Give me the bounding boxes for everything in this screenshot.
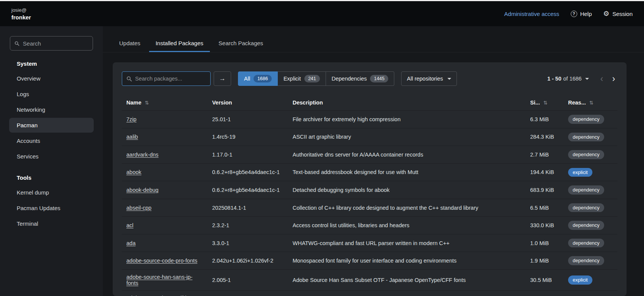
reason-badge: explicit — [568, 168, 592, 177]
column-header-description: Description — [288, 95, 526, 111]
package-link[interactable]: adobe-source-han-sans-jp-fonts — [126, 274, 192, 286]
filter-label: Dependencies — [332, 76, 367, 82]
nav-sections: SystemOverviewLogsNetworkingPacmanAccoun… — [0, 51, 103, 231]
sidebar-item-networking[interactable]: Networking — [9, 102, 94, 117]
table-row: abook0.6.2+r8+gb5e4a4daec1c-1Text-based … — [122, 163, 617, 181]
reason-cell: dependency — [564, 146, 617, 164]
filter-count-badge: 1445 — [370, 75, 388, 83]
table-row: adobe-source-code-pro-fonts2.042u+1.062i… — [122, 252, 617, 270]
version-cell: 1.17.0-1 — [208, 146, 288, 164]
sort-icon[interactable]: ⇅ — [543, 100, 548, 106]
description-cell: Authoritative dns server for A/AAAA cont… — [288, 146, 526, 164]
tab-search-packages[interactable]: Search Packages — [212, 36, 270, 52]
body-row: SystemOverviewLogsNetworkingPacmanAccoun… — [0, 26, 644, 296]
pagination-range: 1 - 50 — [547, 76, 561, 82]
package-link[interactable]: ada — [126, 240, 135, 246]
name-cell: abook — [122, 163, 208, 181]
size-cell: 1.9 MiB — [526, 252, 564, 270]
version-cell: 20250814.1-1 — [208, 199, 288, 217]
reason-cell: explicit — [564, 269, 617, 290]
package-search-input[interactable] — [135, 76, 206, 82]
filter-label: Explicit — [283, 76, 301, 82]
size-cell: 30.5 MiB — [526, 269, 564, 290]
package-link[interactable]: abook-debug — [126, 187, 159, 193]
column-label: Description — [293, 100, 323, 106]
previous-page-button[interactable]: ‹ — [598, 74, 606, 83]
search-icon — [126, 76, 132, 82]
package-link[interactable]: abseil-cpp — [126, 205, 151, 211]
tab-bar: UpdatesInstalled PackagesSearch Packages — [103, 26, 644, 52]
column-label: Reas... — [568, 100, 586, 106]
nav-section-title-tools: Tools — [0, 165, 103, 184]
sidebar-item-overview[interactable]: Overview — [9, 71, 94, 86]
filter-count-badge: 241 — [304, 75, 320, 83]
version-cell: 1.4rc5-19 — [208, 128, 288, 146]
version-cell: 0.6.2+r8+gb5e4a4daec1c-1 — [208, 181, 288, 199]
reason-cell: dependency — [564, 111, 617, 128]
sidebar-search-input[interactable] — [23, 40, 88, 47]
column-header-si[interactable]: Si...⇅ — [526, 95, 564, 111]
size-cell: 330.0 KiB — [526, 217, 564, 234]
sidebar-item-pacman[interactable]: Pacman — [9, 118, 94, 133]
reason-badge: dependency — [568, 115, 604, 124]
name-cell: abseil-cpp — [122, 199, 208, 217]
sidebar-item-services[interactable]: Services — [9, 149, 94, 164]
column-label: Version — [212, 100, 232, 106]
reason-cell: explicit — [564, 290, 617, 296]
administrative-access-link[interactable]: Administrative access — [504, 11, 559, 17]
sidebar-item-terminal[interactable]: Terminal — [9, 216, 94, 231]
filter-explicit[interactable]: Explicit241 — [278, 71, 326, 86]
session-label: Session — [613, 11, 633, 17]
table-row: 7zip25.01-1File archiver for extremely h… — [122, 111, 617, 128]
sidebar-item-accounts[interactable]: Accounts — [9, 133, 94, 148]
package-link[interactable]: 7zip — [126, 116, 137, 122]
package-link[interactable]: aalib — [126, 134, 138, 140]
filter-dependencies[interactable]: Dependencies1445 — [326, 71, 395, 86]
sort-icon[interactable]: ⇅ — [145, 100, 149, 106]
reason-cell: dependency — [564, 199, 617, 217]
search-submit-button[interactable]: → — [214, 71, 231, 86]
repository-select-label: All repositories — [407, 76, 443, 82]
size-cell: 683.9 KiB — [526, 181, 564, 199]
package-link[interactable]: abook — [126, 169, 142, 175]
session-menu-button[interactable]: ⚙ Session — [603, 10, 633, 17]
table-row: abseil-cpp20250814.1-1Collection of C++ … — [122, 199, 617, 217]
column-header-version: Version — [208, 95, 288, 111]
reason-badge: dependency — [568, 150, 604, 159]
sort-icon[interactable]: ⇅ — [589, 100, 594, 106]
filter-toggle-group: All1686Explicit241Dependencies1445 — [238, 71, 394, 86]
reason-cell: dependency — [564, 181, 617, 199]
repository-select[interactable]: All repositories — [401, 71, 457, 86]
name-cell: adobe-source-han-sans-jp-fonts — [122, 269, 208, 290]
package-link[interactable]: acl — [126, 222, 134, 228]
table-body: 7zip25.01-1File archiver for extremely h… — [122, 111, 617, 296]
version-cell: 0.6.2+r8+gb5e4a4daec1c-1 — [208, 163, 288, 181]
column-header-name[interactable]: Name⇅ — [122, 95, 208, 111]
gear-icon: ⚙ — [603, 10, 609, 17]
next-page-button[interactable]: › — [610, 74, 617, 83]
version-cell: 2.3.2-1 — [208, 217, 288, 234]
pagination-menu-toggle[interactable]: 1 - 50of 1686 — [547, 76, 589, 82]
size-cell: 6.5 MiB — [526, 199, 564, 217]
sidebar-item-pacman-updates[interactable]: Pacman Updates — [9, 201, 94, 215]
installed-packages-card: → All1686Explicit241Dependencies1445 All… — [113, 62, 627, 296]
help-menu-button[interactable]: ? Help — [571, 11, 592, 17]
reason-cell: dependency — [564, 128, 617, 146]
sidebar-item-kernel-dump[interactable]: Kernel dump — [9, 185, 94, 200]
name-cell: aalib — [122, 128, 208, 146]
package-link[interactable]: adobe-source-code-pro-fonts — [126, 258, 197, 264]
version-cell: 2.003-1 — [208, 290, 288, 296]
tab-installed-packages[interactable]: Installed Packages — [149, 36, 210, 52]
sidebar-item-logs[interactable]: Logs — [9, 87, 94, 101]
size-cell: 41.4 MiB — [526, 290, 564, 296]
main-content: UpdatesInstalled PackagesSearch Packages… — [103, 26, 644, 296]
host-switcher[interactable]: josie@ fronker — [11, 7, 31, 21]
tab-updates[interactable]: Updates — [113, 36, 147, 52]
package-link[interactable]: aardvark-dns — [126, 152, 159, 158]
version-cell: 3.3.0-1 — [208, 234, 288, 252]
chevron-down-icon — [585, 78, 589, 80]
column-header-reas[interactable]: Reas...⇅ — [564, 95, 617, 111]
table-row: aalib1.4rc5-19ASCII art graphic library2… — [122, 128, 617, 146]
filter-all[interactable]: All1686 — [238, 71, 278, 86]
help-icon: ? — [571, 11, 577, 17]
